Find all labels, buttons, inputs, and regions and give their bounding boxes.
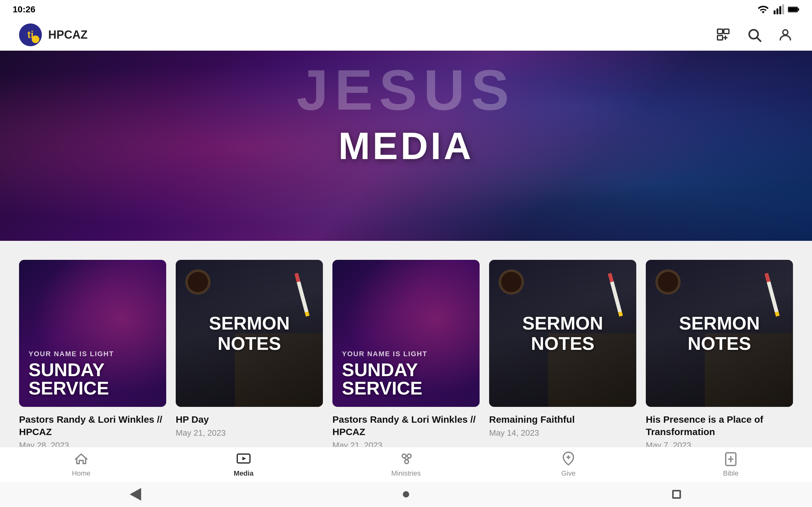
coffee-cup-icon bbox=[185, 269, 211, 295]
wifi-icon bbox=[757, 4, 769, 15]
battery-icon bbox=[788, 4, 799, 15]
app-header: ti HPCAZ bbox=[0, 19, 812, 51]
logo-area[interactable]: ti HPCAZ bbox=[19, 23, 88, 46]
give-nav-label: Give bbox=[561, 469, 575, 477]
thumb-ynl-label: YOUR NAME IS LIGHT bbox=[29, 350, 114, 358]
media-grid: YOUR NAME IS LIGHT SUNDAY SERVICE Pastor… bbox=[19, 260, 793, 450]
header-actions bbox=[716, 27, 793, 43]
thumb-sunday-label: SUNDAY SERVICE bbox=[29, 360, 157, 397]
app-name: HPCAZ bbox=[48, 28, 88, 42]
media-thumbnail: SERMON NOTES bbox=[489, 260, 636, 407]
card-title: Pastors Randy & Lori Winkles // HPCAZ bbox=[333, 413, 479, 438]
home-nav-label: Home bbox=[72, 469, 91, 477]
search-icon[interactable] bbox=[747, 27, 762, 43]
media-thumbnail: YOUR NAME IS LIGHT SUNDAY SERVICE bbox=[333, 260, 479, 407]
thumb-sermon-label: SERMON NOTES bbox=[489, 307, 636, 360]
media-nav-icon bbox=[236, 452, 251, 467]
thumb-sermon-label: SERMON NOTES bbox=[646, 307, 793, 360]
media-nav-label: Media bbox=[234, 469, 253, 477]
media-thumbnail: SERMON NOTES bbox=[176, 260, 323, 407]
svg-rect-3 bbox=[782, 4, 784, 14]
back-arrow-icon bbox=[130, 488, 141, 501]
card-title: HP Day bbox=[176, 413, 323, 426]
svg-rect-8 bbox=[724, 29, 729, 34]
svg-rect-5 bbox=[798, 8, 799, 11]
thumb-ynl-label: YOUR NAME IS LIGHT bbox=[342, 350, 427, 358]
account-icon[interactable] bbox=[778, 27, 793, 43]
card-date: May 21, 2023 bbox=[176, 428, 323, 438]
card-title: His Presence is a Place of Transformatio… bbox=[646, 413, 793, 438]
back-button[interactable] bbox=[126, 485, 145, 504]
card-title: Pastors Randy & Lori Winkles // HPCAZ bbox=[19, 413, 166, 438]
media-card-4[interactable]: SERMON NOTES Remaining Faithful May 14, … bbox=[489, 260, 636, 450]
media-section: YOUR NAME IS LIGHT SUNDAY SERVICE Pastor… bbox=[0, 241, 812, 457]
media-card-5[interactable]: SERMON NOTES His Presence is a Place of … bbox=[646, 260, 793, 450]
home-button[interactable] bbox=[397, 485, 415, 504]
recents-square-icon bbox=[672, 490, 681, 499]
home-nav-icon bbox=[73, 452, 89, 467]
svg-line-11 bbox=[757, 38, 761, 41]
bottom-nav: Home Media Ministries Give Bible bbox=[0, 447, 812, 482]
nav-item-bible[interactable]: Bible bbox=[712, 452, 750, 477]
hero-title: MEDIA bbox=[339, 124, 474, 168]
media-card-3[interactable]: YOUR NAME IS LIGHT SUNDAY SERVICE Pastor… bbox=[333, 260, 479, 450]
svg-point-16 bbox=[407, 454, 411, 458]
bible-nav-icon bbox=[723, 452, 739, 467]
svg-rect-1 bbox=[776, 9, 778, 14]
chat-icon[interactable] bbox=[716, 27, 731, 43]
ministries-nav-label: Ministries bbox=[392, 469, 421, 477]
thumb-sunday-label: SUNDAY SERVICE bbox=[342, 360, 470, 397]
hero-banner: JESUS MEDIA bbox=[0, 51, 812, 241]
svg-point-12 bbox=[783, 30, 788, 35]
give-nav-icon bbox=[561, 452, 576, 467]
logo-icon: ti bbox=[19, 23, 42, 46]
svg-line-19 bbox=[407, 458, 409, 460]
nav-item-ministries[interactable]: Ministries bbox=[387, 452, 425, 477]
thumb-sermon-label: SERMON NOTES bbox=[176, 307, 323, 360]
coffee-cup-icon bbox=[499, 269, 524, 295]
status-time: 10:26 bbox=[13, 4, 36, 14]
media-card-1[interactable]: YOUR NAME IS LIGHT SUNDAY SERVICE Pastor… bbox=[19, 260, 166, 450]
media-thumbnail: YOUR NAME IS LIGHT SUNDAY SERVICE bbox=[19, 260, 166, 407]
ministries-nav-icon bbox=[398, 452, 414, 467]
media-thumbnail: SERMON NOTES bbox=[646, 260, 793, 407]
card-title: Remaining Faithful bbox=[489, 413, 636, 426]
home-circle-icon bbox=[403, 491, 409, 498]
recents-button[interactable] bbox=[667, 485, 686, 504]
svg-rect-0 bbox=[774, 10, 775, 14]
bible-nav-label: Bible bbox=[723, 469, 739, 477]
nav-item-media[interactable]: Media bbox=[224, 452, 263, 477]
svg-rect-9 bbox=[717, 36, 722, 40]
svg-rect-2 bbox=[779, 6, 781, 14]
media-card-2[interactable]: SERMON NOTES HP Day May 21, 2023 bbox=[176, 260, 323, 450]
svg-rect-7 bbox=[717, 29, 722, 34]
system-nav bbox=[0, 482, 812, 507]
nav-item-give[interactable]: Give bbox=[549, 452, 588, 477]
svg-rect-6 bbox=[788, 8, 797, 12]
svg-point-17 bbox=[405, 460, 409, 464]
hero-bg-text: JESUS bbox=[297, 57, 515, 123]
nav-item-home[interactable]: Home bbox=[62, 452, 100, 477]
status-icons bbox=[757, 4, 799, 15]
card-date: May 14, 2023 bbox=[489, 428, 636, 438]
status-bar: 10:26 bbox=[0, 0, 812, 19]
svg-point-15 bbox=[402, 454, 406, 458]
svg-marker-14 bbox=[242, 457, 246, 460]
logo-text: ti bbox=[27, 29, 34, 41]
signal-icon bbox=[773, 4, 784, 15]
coffee-cup-icon bbox=[655, 269, 681, 295]
svg-line-18 bbox=[404, 458, 407, 460]
